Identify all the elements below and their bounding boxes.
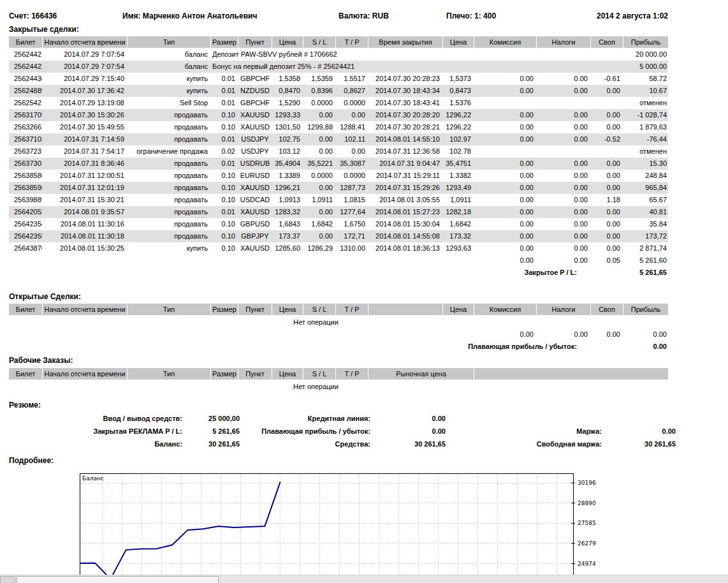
table-cell: 25631709 bbox=[9, 109, 42, 121]
table-cell: 102.11 bbox=[336, 133, 368, 145]
table-cell: 0.00 bbox=[591, 218, 623, 230]
table-cell: 102.75 bbox=[272, 133, 303, 145]
totals-cell: 0.00 bbox=[537, 255, 590, 267]
table-cell: 1 879,63 bbox=[623, 121, 668, 133]
table-cell: продавать bbox=[127, 170, 210, 182]
table-cell: 0.00 bbox=[591, 170, 623, 182]
table-cell: 0.00 bbox=[537, 182, 590, 194]
table-cell: 0.10 bbox=[211, 194, 238, 206]
table-cell: 0.00 bbox=[591, 121, 623, 133]
table-cell: 2014.07.30 17:36:42 bbox=[43, 85, 127, 97]
table-cell: 1296,21 bbox=[272, 182, 303, 194]
table-cell: 0.10 bbox=[211, 218, 238, 230]
table-cell: NZDUSD bbox=[238, 85, 272, 97]
table-cell: 0.0000 bbox=[336, 170, 368, 182]
table-cell: 173.37 bbox=[272, 230, 303, 242]
table-cell bbox=[591, 97, 623, 109]
column-header: Прибыль bbox=[623, 36, 668, 48]
table-cell: 1,6750 bbox=[336, 218, 368, 230]
table-cell: GBPCHF bbox=[238, 73, 272, 85]
column-header: Своп bbox=[591, 304, 623, 315]
table-cell: 25632661 bbox=[9, 121, 42, 133]
table-cell: 0.00 bbox=[303, 133, 335, 145]
table-cell: 35,5221 bbox=[303, 158, 335, 170]
table-cell: 0.00 bbox=[474, 85, 536, 97]
table-cell: 0,8627 bbox=[336, 85, 368, 97]
svg-text:26279: 26279 bbox=[578, 540, 596, 547]
balance-chart: 3019628890275852627924974Баланс bbox=[80, 473, 609, 583]
svg-text:Баланс: Баланс bbox=[82, 475, 104, 482]
table-cell: 2014.07.31 8:36:46 bbox=[43, 158, 127, 170]
table-cell: 0.0000 bbox=[303, 97, 335, 109]
column-header: Прибыль bbox=[623, 304, 668, 315]
column-header: Пункт bbox=[238, 36, 272, 48]
table-row: 256398892014.07.31 15:30:21продавать0.10… bbox=[9, 194, 668, 206]
table-cell: 1,6842 bbox=[443, 218, 474, 230]
summary-section: Ввод / вывод средств:25 000,00Кредитная … bbox=[9, 412, 668, 452]
table-cell: купить bbox=[127, 73, 210, 85]
table-row: 256326612014.07.30 15:49:55продавать0.10… bbox=[9, 121, 668, 133]
horizontal-scrollbar[interactable] bbox=[0, 575, 728, 583]
totals-row: 0.000.000.055 261,60 bbox=[9, 255, 668, 267]
table-cell: 2014.08.01 18:36:13 bbox=[368, 242, 442, 255]
table-cell: 10.67 bbox=[623, 85, 668, 97]
table-cell: 0.00 bbox=[591, 206, 623, 218]
svg-text:27585: 27585 bbox=[578, 520, 596, 526]
column-header: T / P bbox=[336, 36, 368, 48]
table-cell: 1.5517 bbox=[336, 73, 368, 85]
table-cell: 35,4904 bbox=[272, 158, 303, 170]
table-cell: 0.00 bbox=[537, 218, 590, 230]
table-cell: продавать bbox=[127, 158, 210, 170]
pl-label: Закрытое P / L: bbox=[368, 267, 590, 279]
table-cell: 5 000.00 bbox=[623, 61, 668, 73]
totals-row: 0.000.000.000.00 bbox=[9, 328, 668, 341]
table-cell: 0.01 bbox=[211, 73, 238, 85]
working-orders-table: БилетНачало отсчета времениТипРазмерПунк… bbox=[9, 368, 668, 393]
column-header: Тип bbox=[127, 368, 210, 380]
table-cell: продавать bbox=[127, 194, 210, 206]
table-cell: отменен bbox=[623, 97, 668, 109]
scrollbar-thumb[interactable] bbox=[17, 576, 219, 583]
table-cell: 1.3382 bbox=[443, 170, 474, 182]
column-header: Тип bbox=[127, 304, 210, 315]
currency-label: Валюта: RUB bbox=[339, 11, 389, 20]
column-header: Билет bbox=[9, 368, 42, 380]
table-cell: 35,4751 bbox=[443, 158, 474, 170]
scroll-left-button[interactable] bbox=[0, 576, 15, 583]
summary-value: 30 261,65 bbox=[602, 438, 676, 450]
table-cell: 1293,33 bbox=[272, 109, 303, 121]
table-cell: 0.00 bbox=[591, 109, 623, 121]
table-cell: 0.00 bbox=[537, 73, 590, 85]
open-trades-title: Открытые Сделки: bbox=[9, 292, 668, 301]
table-cell: 0.01 bbox=[211, 133, 238, 145]
table-cell: 248.84 bbox=[623, 170, 668, 182]
table-row: 256372312014.07.31 7:54:17ограничение пр… bbox=[9, 145, 668, 158]
leverage-label: Плечо: 1: 400 bbox=[446, 11, 496, 20]
column-header: Цена bbox=[443, 36, 474, 48]
table-cell: 102.78 bbox=[443, 145, 474, 158]
table-cell: 102.97 bbox=[443, 133, 474, 145]
report-header: Счет: 166436 Имя: Марченко Антон Анатоль… bbox=[9, 11, 668, 22]
summary-label: Плавающая прибыль / убыток: bbox=[251, 425, 370, 438]
column-header: Пункт bbox=[238, 368, 272, 380]
table-cell: 0.00 bbox=[537, 133, 590, 145]
column-header: S / L bbox=[303, 304, 335, 315]
table-cell: 2014.07.30 18:43:34 bbox=[368, 85, 442, 97]
table-cell: 2014.07.30 15:30:26 bbox=[43, 109, 127, 121]
table-cell: 1,0911 bbox=[303, 194, 335, 206]
table-cell: 0.01 bbox=[211, 206, 238, 218]
empty-text: Нет операции bbox=[9, 316, 623, 328]
table-cell: продавать bbox=[127, 133, 210, 145]
table-row: 256244222014.07.29 7:07:54балансБонус на… bbox=[9, 61, 668, 73]
table-cell: 2014.07.30 20:28:21 bbox=[368, 121, 442, 133]
table-cell: 0.00 bbox=[303, 182, 335, 194]
column-header: Своп bbox=[591, 36, 623, 48]
table-row: 256385962014.07.31 12:01:19продавать0.10… bbox=[9, 182, 668, 194]
column-header: Рыночная цена bbox=[368, 368, 474, 380]
table-row: 256385862014.07.31 12:00:51продавать0.10… bbox=[9, 170, 668, 182]
table-cell: 0.00 bbox=[591, 182, 623, 194]
summary-row: Ввод / вывод средств:25 000,00Кредитная … bbox=[9, 412, 668, 425]
table-cell: 2014.07.30 15:49:55 bbox=[43, 121, 127, 133]
table-cell: 1293,49 bbox=[443, 182, 474, 194]
table-cell: 25624422 bbox=[9, 61, 42, 73]
